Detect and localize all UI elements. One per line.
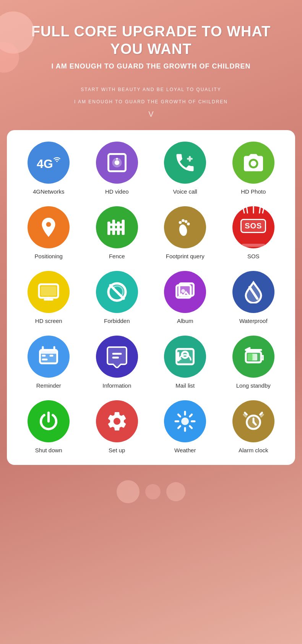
feature-hdvideo[interactable]: HD video	[83, 142, 151, 195]
4g-icon: 4G	[28, 142, 70, 184]
weather-label: Weather	[174, 447, 196, 453]
feature-album[interactable]: Album	[151, 271, 219, 324]
feature-footprint[interactable]: Footprint query	[151, 206, 219, 259]
album-icon	[164, 271, 206, 313]
footprint-label: Footprint query	[166, 253, 205, 259]
feature-positioning[interactable]: Positioning	[15, 206, 83, 259]
hero-desc1: START WITH BEAUTY AND BE LOYAL TO QUALIT…	[15, 86, 287, 94]
maillist-label: Mail list	[175, 382, 195, 389]
waterproof-icon	[232, 271, 274, 313]
feature-information[interactable]: Information	[83, 336, 151, 389]
svg-rect-31	[42, 355, 46, 357]
feature-4g[interactable]: 4G 4GNetworks	[15, 142, 83, 195]
svg-point-3	[250, 161, 256, 166]
alarmclock-label: Alarm clock	[239, 447, 268, 453]
feature-maillist[interactable]: Mail list	[151, 336, 219, 389]
svg-rect-5	[112, 220, 115, 235]
svg-rect-43	[248, 354, 253, 361]
hero-title: FULL CORE UPGRADE TO WHAT YOU WANT	[15, 23, 287, 58]
hero-subtitle: I AM ENOUGH TO GUARD THE GROWTH OF CHILD…	[15, 62, 287, 70]
reminder-icon	[28, 336, 70, 378]
voicecall-icon	[164, 142, 206, 184]
svg-rect-8	[107, 223, 125, 226]
svg-rect-44	[252, 354, 254, 361]
fence-label: Fence	[109, 253, 125, 259]
footprint-icon	[164, 206, 206, 248]
feature-hdphoto[interactable]: HD Photo	[219, 142, 288, 195]
longstandby-icon	[232, 336, 274, 378]
svg-rect-33	[50, 355, 54, 357]
svg-point-14	[187, 223, 190, 226]
feature-reminder[interactable]: Reminder	[15, 336, 83, 389]
feature-hdscreen[interactable]: HD screen	[15, 271, 83, 324]
svg-line-51	[179, 415, 180, 417]
shutdown-icon	[28, 400, 70, 442]
svg-line-18	[259, 206, 260, 213]
svg-point-1	[115, 160, 120, 165]
svg-line-19	[263, 207, 264, 213]
setup-icon	[96, 400, 138, 442]
svg-point-12	[182, 219, 185, 222]
hdphoto-icon	[232, 142, 274, 184]
weather-icon	[164, 400, 206, 442]
svg-line-16	[247, 206, 247, 213]
longstandby-label: Long standby	[236, 382, 271, 389]
svg-line-53	[190, 415, 192, 417]
shutdown-label: Shut down	[35, 447, 62, 453]
forbidden-icon	[96, 271, 138, 313]
feature-weather[interactable]: Weather	[151, 400, 219, 453]
positioning-label: Positioning	[35, 253, 63, 259]
feature-sos[interactable]: SOS SOS	[219, 206, 288, 259]
svg-point-10	[179, 224, 188, 236]
4g-label: 4GNetworks	[33, 188, 65, 195]
hero-v-mark: V	[15, 110, 287, 119]
svg-point-46	[181, 417, 189, 425]
features-card: 4G 4GNetworks HD video Voice call	[7, 130, 295, 465]
svg-point-27	[181, 289, 185, 293]
svg-rect-9	[107, 228, 125, 231]
svg-rect-7	[122, 220, 125, 235]
feature-shutdown[interactable]: Shut down	[15, 400, 83, 453]
feature-forbidden[interactable]: Forbidden	[83, 271, 151, 324]
information-icon	[96, 336, 138, 378]
hero-section: FULL CORE UPGRADE TO WHAT YOU WANT I AM …	[0, 0, 302, 130]
positioning-icon	[28, 206, 70, 248]
feature-waterproof[interactable]: Waterproof	[219, 271, 288, 324]
hdscreen-label: HD screen	[35, 318, 62, 324]
feature-setup[interactable]: Set up	[83, 400, 151, 453]
hdphoto-label: HD Photo	[241, 188, 266, 195]
svg-point-56	[252, 421, 254, 423]
svg-rect-32	[42, 359, 48, 360]
maillist-icon	[164, 336, 206, 378]
svg-point-2	[116, 158, 118, 160]
sos-label: SOS	[247, 253, 260, 259]
bottom-deco	[0, 480, 302, 503]
sos-icon: SOS	[232, 206, 274, 248]
setup-label: Set up	[109, 447, 125, 453]
fence-icon	[96, 206, 138, 248]
svg-line-52	[190, 426, 192, 428]
feature-voicecall[interactable]: Voice call	[151, 142, 219, 195]
hdvideo-icon	[96, 142, 138, 184]
reminder-label: Reminder	[36, 382, 61, 389]
svg-rect-22	[41, 286, 56, 296]
waterproof-label: Waterproof	[239, 318, 268, 324]
alarmclock-icon	[232, 400, 274, 442]
svg-point-11	[179, 221, 182, 224]
hdscreen-icon	[28, 271, 70, 313]
svg-line-54	[179, 426, 180, 428]
hdvideo-label: HD video	[105, 188, 129, 195]
svg-rect-20	[242, 244, 265, 247]
svg-rect-30	[40, 350, 57, 364]
feature-alarmclock[interactable]: Alarm clock	[219, 400, 288, 453]
hero-desc2: I AM ENOUGH TO GUARD THE GROWTH OF CHILD…	[15, 98, 287, 106]
svg-line-15	[243, 207, 244, 213]
voicecall-label: Voice call	[173, 188, 197, 195]
forbidden-label: Forbidden	[104, 318, 130, 324]
svg-point-13	[185, 220, 188, 223]
features-grid: 4G 4GNetworks HD video Voice call	[15, 142, 287, 453]
feature-longstandby[interactable]: Long standby	[219, 336, 288, 389]
feature-fence[interactable]: Fence	[83, 206, 151, 259]
information-label: Information	[102, 382, 131, 389]
album-label: Album	[177, 318, 193, 324]
